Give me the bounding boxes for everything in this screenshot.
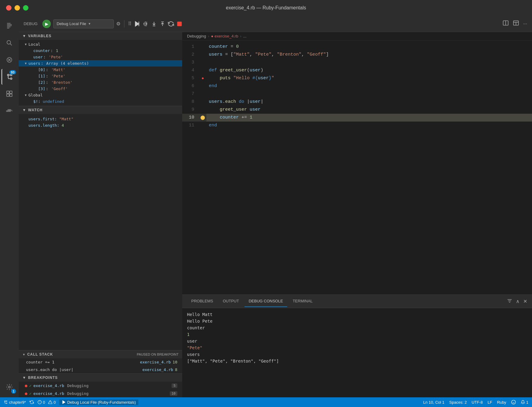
watch-header[interactable]: ▼ WATCH — [19, 106, 182, 114]
status-errors[interactable]: 0 0 — [38, 400, 56, 405]
variables-section: ▼ VARIABLES ▼ Local counter: 1 — [19, 32, 182, 106]
run-button[interactable]: ▶ — [42, 20, 51, 28]
callstack-section: ▼ CALL STACK PAUSED ON BREAKPOINT counte… — [19, 350, 182, 373]
panel-tabs: PROBLEMS OUTPUT DEBUG CONSOLE TERMINAL ∧… — [182, 295, 532, 308]
var-counter[interactable]: counter: 1 — [19, 47, 182, 54]
bp-item-0[interactable]: ● ✓ exercise_4.rb Debugging 5 — [19, 382, 182, 389]
minimize-button[interactable] — [15, 5, 20, 11]
status-line-ending[interactable]: LF — [488, 400, 492, 405]
sidebar-item-settings[interactable]: 1 — [2, 379, 17, 395]
status-warnings-count: 0 — [54, 400, 56, 405]
svg-rect-30 — [177, 21, 182, 26]
tab-terminal[interactable]: TERMINAL — [288, 296, 317, 307]
var-users[interactable]: ▼ users: Array (4 elements) — [19, 60, 182, 67]
continue-button[interactable] — [134, 21, 140, 27]
var-users-0[interactable]: [0]: 'Matt' — [19, 67, 182, 73]
ruby-file-icon: ● — [211, 34, 213, 38]
code-line-11: 11 end — [182, 122, 532, 129]
status-notifications[interactable]: 1 — [521, 400, 528, 405]
gear-icon[interactable]: ⚙ — [116, 21, 120, 27]
console-line-2: counter — [187, 324, 527, 331]
status-sync[interactable] — [30, 400, 34, 404]
tab-problems[interactable]: PROBLEMS — [187, 296, 217, 307]
debug-config-dropdown[interactable]: Debug Local File ▼ — [53, 19, 114, 28]
svg-rect-19 — [8, 111, 9, 112]
tab-output[interactable]: OUTPUT — [218, 296, 243, 307]
global-group[interactable]: ▼ Global — [19, 92, 182, 98]
debug-label: DEBUG — [24, 21, 38, 26]
callstack-title: CALL STACK — [27, 352, 53, 357]
debug-console-output: Hello Matt Hello Pete counter 1 user "Pe… — [182, 308, 532, 397]
var-users-1[interactable]: [1]: 'Pete' — [19, 73, 182, 79]
code-line-9: 9 greet_user user — [182, 106, 532, 114]
console-line-4: user — [187, 338, 527, 344]
var-user[interactable]: user: 'Pete' — [19, 54, 182, 60]
status-encoding-text: UTF-8 — [471, 400, 483, 405]
svg-rect-2 — [7, 25, 12, 26]
chevron-down-icon: ▼ — [88, 22, 91, 25]
status-branch[interactable]: chapter9* — [4, 400, 26, 405]
panel-collapse-icon[interactable]: ∧ — [516, 298, 520, 304]
watch-item-0[interactable]: users.first: "Matt" — [19, 116, 182, 122]
restart-button[interactable] — [168, 21, 174, 27]
sidebar-item-explorer[interactable] — [2, 18, 17, 34]
split-editor-icon[interactable] — [503, 20, 509, 28]
console-line-1: Hello Pete — [187, 318, 527, 324]
maximize-button[interactable] — [23, 5, 28, 11]
bp-item-1[interactable]: ● ✓ exercise_4.rb Debugging 10 — [19, 389, 182, 397]
status-smiley[interactable] — [511, 400, 516, 405]
layout-icon[interactable] — [513, 20, 519, 28]
panel-container: PROBLEMS OUTPUT DEBUG CONSOLE TERMINAL ∧… — [182, 295, 532, 397]
global-arrow-icon: ▼ — [25, 93, 27, 97]
sidebar-item-no-signal[interactable] — [2, 52, 17, 68]
variables-title: VARIABLES — [28, 34, 51, 38]
watch-title: WATCH — [28, 108, 43, 112]
sidebar-item-docker[interactable] — [2, 103, 17, 119]
step-into-button[interactable] — [151, 21, 157, 27]
svg-rect-16 — [7, 94, 9, 96]
window-controls[interactable] — [6, 5, 28, 11]
svg-rect-14 — [7, 91, 9, 93]
variables-header[interactable]: ▼ VARIABLES — [19, 32, 182, 40]
breakpoints-header[interactable]: ▼ BREAKPOINTS — [19, 374, 182, 382]
svg-rect-4 — [7, 28, 9, 28]
step-over-button[interactable] — [143, 21, 149, 27]
svg-marker-48 — [63, 401, 65, 404]
sidebar-item-source-control[interactable]: 93 — [2, 69, 17, 85]
more-actions-icon[interactable]: ··· — [523, 21, 527, 27]
sidebar-spacer — [19, 130, 182, 350]
status-position[interactable]: Ln 10, Col 1 — [423, 400, 444, 405]
callstack-item-0[interactable]: counter += 1 exercise_4.rb 10 — [19, 358, 182, 366]
app-body: 93 1 DEBUG ▶ Debug Local File ▼ ⚙ ⠿ — [0, 16, 532, 397]
variables-tree: ▼ Local counter: 1 user: 'Pete' — [19, 40, 182, 106]
callstack-item-1[interactable]: users.each do |user| exercise_4.rb 8 — [19, 366, 182, 373]
expand-users-icon: ▼ — [25, 62, 27, 65]
editor-breadcrumb: Debugging › ● exercise_4.rb › ... — [182, 32, 532, 41]
step-out-button[interactable] — [159, 21, 166, 27]
var-users-3[interactable]: [3]: 'Geoff' — [19, 86, 182, 92]
settings-badge: 1 — [11, 389, 16, 394]
status-language[interactable]: Ruby — [497, 400, 506, 405]
activity-bar: 93 1 — [0, 16, 19, 397]
var-users-2[interactable]: [2]: 'Brenton' — [19, 79, 182, 86]
watch-item-1[interactable]: users.length: 4 — [19, 122, 182, 129]
status-spaces[interactable]: Spaces: 2 — [449, 400, 467, 405]
panel-close-icon[interactable]: ✕ — [523, 298, 527, 304]
debug-dots-menu[interactable]: ⠿ — [128, 21, 132, 27]
tab-debug-console[interactable]: DEBUG CONSOLE — [245, 296, 287, 307]
sidebar-item-search[interactable] — [2, 35, 17, 51]
status-debug-label-text: Debug Local File (Ruby-Fundamentals) — [67, 400, 136, 405]
local-group[interactable]: ▼ Local — [19, 41, 182, 47]
stop-button[interactable] — [176, 21, 182, 27]
close-button[interactable] — [6, 5, 11, 11]
sidebar-item-extensions[interactable] — [2, 86, 17, 102]
status-encoding[interactable]: UTF-8 — [471, 400, 483, 405]
var-global-si[interactable]: $!: undefined — [19, 98, 182, 105]
bp-dot-icon: ● — [25, 383, 27, 388]
source-control-badge: 93 — [9, 70, 16, 74]
debug-config-name: Debug Local File — [57, 21, 86, 26]
bp-dot-icon-2: ● — [25, 391, 27, 396]
status-bar: chapter9* 0 0 Debug Local File (Ruby-Fun… — [0, 397, 532, 407]
status-debug-info[interactable]: Debug Local File (Ruby-Fundamentals) — [59, 399, 138, 405]
panel-filter-icon[interactable] — [507, 298, 512, 305]
